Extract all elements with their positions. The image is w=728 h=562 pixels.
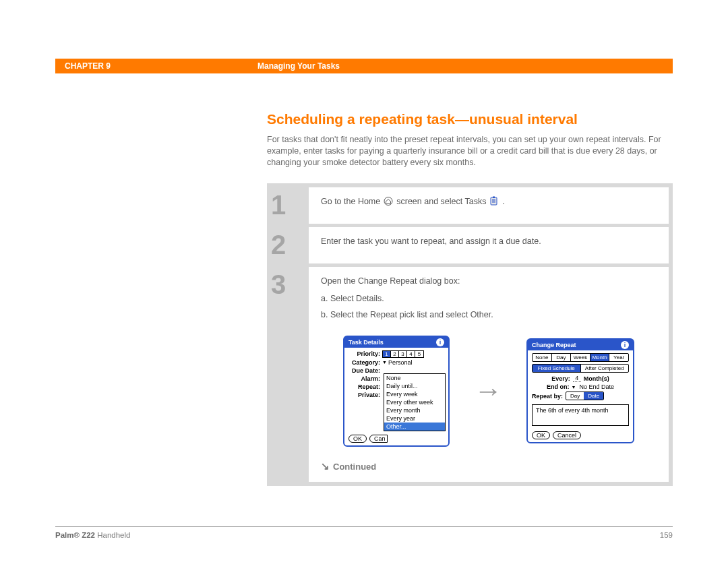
interval-tabs[interactable]: None Day Week Month Year xyxy=(532,353,629,362)
page-number: 159 xyxy=(660,531,673,539)
home-icon xyxy=(383,197,394,206)
every-label: Every: xyxy=(551,375,570,382)
tab-year[interactable]: Year xyxy=(609,354,628,361)
repeat-dropdown[interactable]: None Daily until... Every week Every oth… xyxy=(384,373,446,431)
repeat-by-label: Repeat by: xyxy=(532,393,563,400)
tasks-icon xyxy=(489,197,499,206)
end-on-label: End on: xyxy=(547,383,570,390)
chapter-header: CHAPTER 9 Managing Your Tasks xyxy=(55,59,673,73)
priority-opt[interactable]: 5 xyxy=(415,351,423,357)
info-icon: i xyxy=(436,338,444,346)
svg-point-0 xyxy=(384,197,392,206)
summary-box: The 6th of every 4th month xyxy=(532,404,629,426)
step-row: 2 Enter the task you want to repeat, and… xyxy=(271,227,669,263)
step-text: Go to the Home xyxy=(321,197,380,206)
dialog-titlebar: Change Repeat i xyxy=(528,340,633,350)
step-row: 3 Open the Change Repeat dialog box: a. … xyxy=(271,267,669,482)
step-number: 1 xyxy=(271,187,309,224)
chevron-down-icon: ▼ xyxy=(382,360,387,365)
dropdown-item[interactable]: Every other week xyxy=(384,398,445,406)
dropdown-item[interactable]: Every month xyxy=(384,406,445,414)
section-intro: For tasks that don't fit neatly into the… xyxy=(267,134,673,168)
due-date-label: Due Date: xyxy=(348,367,382,374)
sub-list: a. Select Details. b. Select the Repeat … xyxy=(321,294,657,319)
tab-week[interactable]: Week xyxy=(571,354,590,361)
ok-button[interactable]: OK xyxy=(348,435,367,443)
section-title: Scheduling a repeating task—unusual inte… xyxy=(267,111,673,127)
priority-label: Priority: xyxy=(348,350,382,357)
product-bold: Palm® Z22 xyxy=(55,531,95,539)
screenshots-row: Task Details i Priority: 1 2 3 4 xyxy=(321,336,657,447)
cancel-button[interactable]: Can xyxy=(369,435,388,443)
svg-rect-2 xyxy=(493,197,495,199)
alarm-label: Alarm: xyxy=(348,375,382,382)
continued-label: Continued xyxy=(321,460,657,472)
step-body: Go to the Home screen and select Tasks . xyxy=(309,187,669,224)
tab-month[interactable]: Month xyxy=(590,354,610,361)
page-footer: Palm® Z22 Handheld 159 xyxy=(55,526,673,539)
priority-opt[interactable]: 2 xyxy=(391,351,399,357)
dropdown-item[interactable]: Other... xyxy=(384,423,445,431)
private-label: Private: xyxy=(348,392,382,398)
tab-none[interactable]: None xyxy=(533,354,552,361)
chapter-label: CHAPTER 9 xyxy=(55,61,257,71)
toggle-date[interactable]: Date xyxy=(584,392,603,400)
main-content: Scheduling a repeating task—unusual inte… xyxy=(267,111,673,486)
priority-picker[interactable]: 1 2 3 4 5 xyxy=(382,350,424,358)
task-details-dialog: Task Details i Priority: 1 2 3 4 xyxy=(343,336,450,447)
dropdown-item[interactable]: Every week xyxy=(384,390,445,398)
every-value[interactable]: 4 xyxy=(573,375,581,382)
cancel-button[interactable]: Cancel xyxy=(553,431,581,439)
step-row: 1 Go to the Home screen and select Tasks… xyxy=(271,187,669,224)
step-text: screen and select Tasks xyxy=(396,197,486,206)
step-text: Open the Change Repeat dialog box: xyxy=(321,276,460,286)
priority-opt[interactable]: 3 xyxy=(399,351,407,357)
step-number: 3 xyxy=(271,267,309,482)
priority-opt[interactable]: 1 xyxy=(383,351,391,357)
schedule-tabs[interactable]: Fixed Schedule After Completed xyxy=(532,364,629,373)
category-value[interactable]: Personal xyxy=(388,359,413,366)
ok-button[interactable]: OK xyxy=(532,431,550,439)
sub-item: b. Select the Repeat pick list and selec… xyxy=(321,310,657,319)
dialog-body: None Day Week Month Year Fixed Schedule … xyxy=(528,350,633,442)
priority-opt[interactable]: 4 xyxy=(407,351,415,357)
tab-day[interactable]: Day xyxy=(552,354,572,361)
dropdown-item[interactable]: None xyxy=(384,374,445,382)
tab-fixed[interactable]: Fixed Schedule xyxy=(533,365,581,372)
dialog-body: Priority: 1 2 3 4 5 Category: xyxy=(344,348,448,445)
dialog-title: Task Details xyxy=(348,339,384,346)
category-label: Category: xyxy=(348,359,382,366)
chevron-down-icon: ▼ xyxy=(572,385,576,389)
step-number: 2 xyxy=(271,227,309,263)
dialog-titlebar: Task Details i xyxy=(344,337,448,348)
arrow-right-icon: → xyxy=(474,375,502,407)
step-text: Enter the task you want to repeat, and a… xyxy=(321,237,541,246)
step-body: Open the Change Repeat dialog box: a. Se… xyxy=(309,267,669,482)
toggle-day[interactable]: Day xyxy=(566,392,584,400)
step-text: . xyxy=(502,197,504,206)
chapter-title: Managing Your Tasks xyxy=(257,61,340,71)
info-icon: i xyxy=(621,341,629,349)
every-unit: Month(s) xyxy=(584,375,609,382)
dropdown-item[interactable]: Every year xyxy=(384,414,445,423)
steps-box: 1 Go to the Home screen and select Tasks… xyxy=(267,183,673,486)
tab-after[interactable]: After Completed xyxy=(581,365,629,372)
change-repeat-dialog: Change Repeat i None Day Week Month Year xyxy=(526,338,634,443)
repeat-label: Repeat: xyxy=(348,383,382,390)
dialog-title: Change Repeat xyxy=(532,342,576,348)
product-rest: Handheld xyxy=(95,531,130,539)
product-name: Palm® Z22 Handheld xyxy=(55,531,130,539)
end-on-value[interactable]: No End Date xyxy=(579,383,614,390)
step-body: Enter the task you want to repeat, and a… xyxy=(309,227,669,263)
sub-item: a. Select Details. xyxy=(321,294,657,303)
repeat-by-toggle[interactable]: Day Date xyxy=(566,392,604,400)
dropdown-item[interactable]: Daily until... xyxy=(384,382,445,390)
